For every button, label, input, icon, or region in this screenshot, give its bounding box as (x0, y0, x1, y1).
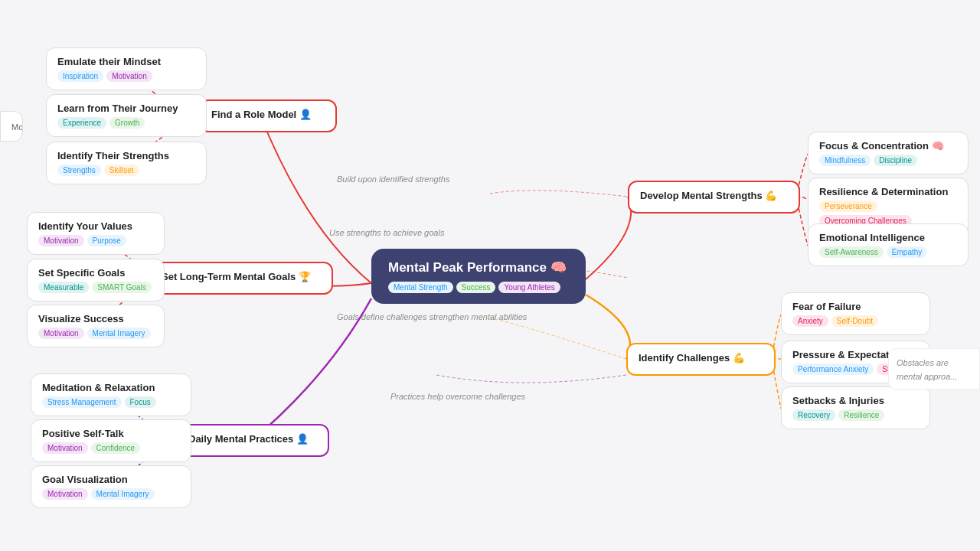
focus-concentration-node[interactable]: Focus & Concentration 🧠 Mindfulness Disc… (808, 132, 969, 174)
tag-recovery[interactable]: Recovery (792, 409, 835, 421)
tag-perseverance[interactable]: Perseverance (819, 201, 877, 212)
visualize-success-node[interactable]: Visualize Success Motivation Mental Imag… (27, 305, 165, 347)
tag-measurable[interactable]: Measurable (38, 282, 89, 293)
tag-motivation-2[interactable]: Motivation (38, 235, 84, 246)
annotation-goals-define: Goals define challenges strengthen menta… (337, 312, 527, 321)
develop-strengths-node[interactable]: Develop Mental Strengths 💪 (628, 181, 800, 214)
tag-focus[interactable]: Focus (125, 396, 156, 408)
tag-motivation-4[interactable]: Motivation (42, 442, 88, 454)
setbacks-injuries-node[interactable]: Setbacks & Injuries Recovery Resilience (781, 386, 930, 429)
tag-strengths[interactable]: Strengths (57, 165, 101, 176)
fear-failure-node[interactable]: Fear of Failure Anxiety Self-Doubt (781, 292, 930, 335)
identify-challenges-title: Identify Challenges 💪 (639, 352, 763, 364)
learn-journey-node[interactable]: Learn from Their Journey Experience Grow… (46, 94, 207, 137)
tag-motivation-5[interactable]: Motivation (42, 488, 88, 500)
identify-values-title: Identify Your Values (38, 220, 153, 232)
tag-skillset[interactable]: Skillset (104, 165, 139, 176)
tag-discipline[interactable]: Discipline (874, 155, 917, 166)
center-node-title: Mental Peak Performance 🧠 (388, 259, 569, 276)
tag-empathy[interactable]: Empathy (887, 246, 927, 258)
mind-map-canvas: Motivation Mental Peak Performance 🧠 Men… (0, 0, 980, 551)
tag-purpose[interactable]: Purpose (87, 235, 126, 246)
obstacles-note: Obstacles are mental approa... (888, 348, 980, 390)
visualize-success-title: Visualize Success (38, 313, 153, 324)
obstacles-text: Obstacles are mental approa... (897, 358, 958, 381)
learn-journey-title: Learn from Their Journey (57, 103, 195, 114)
tag-resilience[interactable]: Resilience (838, 409, 884, 421)
center-node-tags: Mental Strength Success Young Athletes (388, 282, 569, 293)
tag-anxiety[interactable]: Anxiety (792, 315, 828, 327)
partial-node-label: Motivation (11, 122, 23, 132)
annotation-use-strengths: Use strengths to achieve goals (329, 228, 444, 237)
resilience-title: Resilience & Determination (819, 186, 957, 197)
tag-mental-imagery-2[interactable]: Mental Imagery (91, 488, 155, 500)
set-goals-title: Set Long-Term Mental Goals 🏆 (162, 271, 321, 282)
identify-values-node[interactable]: Identify Your Values Motivation Purpose (27, 212, 165, 255)
tag-self-awareness[interactable]: Self-Awareness (819, 246, 884, 258)
identify-challenges-node[interactable]: Identify Challenges 💪 (626, 343, 776, 376)
develop-strengths-title: Develop Mental Strengths 💪 (640, 190, 788, 201)
focus-concentration-title: Focus & Concentration 🧠 (819, 140, 957, 152)
emotional-intelligence-node[interactable]: Emotional Intelligence Self-Awareness Em… (808, 223, 969, 266)
tag-success[interactable]: Success (456, 282, 496, 293)
set-specific-goals-title: Set Specific Goals (38, 267, 153, 279)
tag-experience[interactable]: Experience (57, 117, 106, 129)
goal-visualization-title: Goal Visualization (42, 474, 180, 485)
annotation-practices-help: Practices help overcome challenges (390, 392, 525, 401)
daily-practices-node[interactable]: Daily Mental Practices 👤 (176, 424, 329, 457)
tag-self-doubt[interactable]: Self-Doubt (831, 315, 878, 327)
center-node[interactable]: Mental Peak Performance 🧠 Mental Strengt… (371, 249, 586, 304)
positive-self-talk-title: Positive Self-Talk (42, 428, 180, 439)
meditation-node[interactable]: Meditation & Relaxation Stress Managemen… (31, 373, 191, 416)
identify-strengths-node[interactable]: Identify Their Strengths Strengths Skill… (46, 142, 207, 184)
fear-failure-title: Fear of Failure (792, 301, 919, 312)
tag-mental-imagery-1[interactable]: Mental Imagery (87, 328, 151, 339)
positive-self-talk-node[interactable]: Positive Self-Talk Motivation Confidence (31, 419, 191, 462)
find-role-model-title: Find a Role Model 👤 (211, 109, 325, 120)
tag-motivation-1[interactable]: Motivation (106, 70, 152, 82)
tag-performance-anxiety[interactable]: Performance Anxiety (792, 364, 874, 375)
emulate-mindset-title: Emulate their Mindset (57, 56, 195, 67)
tag-growth[interactable]: Growth (109, 117, 145, 129)
tag-stress-management[interactable]: Stress Management (42, 396, 122, 408)
emotional-intelligence-title: Emotional Intelligence (819, 232, 957, 243)
tag-inspiration[interactable]: Inspiration (57, 70, 103, 82)
setbacks-injuries-title: Setbacks & Injuries (792, 395, 919, 406)
tag-smart-goals[interactable]: SMART Goals (92, 282, 152, 293)
tag-mental-strength[interactable]: Mental Strength (388, 282, 453, 293)
tag-motivation-3[interactable]: Motivation (38, 328, 84, 339)
annotation-build-strengths: Build upon identified strengths (337, 174, 449, 184)
set-goals-node[interactable]: Set Long-Term Mental Goals 🏆 (149, 262, 333, 295)
identify-strengths-title: Identify Their Strengths (57, 150, 195, 161)
tag-confidence[interactable]: Confidence (91, 442, 141, 454)
set-specific-goals-node[interactable]: Set Specific Goals Measurable SMART Goal… (27, 259, 165, 302)
find-role-model-node[interactable]: Find a Role Model 👤 (199, 99, 337, 132)
tag-young-athletes[interactable]: Young Athletes (498, 282, 560, 293)
meditation-title: Meditation & Relaxation (42, 382, 180, 393)
emulate-mindset-node[interactable]: Emulate their Mindset Inspiration Motiva… (46, 47, 207, 90)
daily-practices-title: Daily Mental Practices 👤 (188, 433, 317, 445)
partial-motivation-node: Motivation (0, 111, 23, 142)
tag-mindfulness[interactable]: Mindfulness (819, 155, 871, 166)
goal-visualization-node[interactable]: Goal Visualization Motivation Mental Ima… (31, 465, 191, 508)
